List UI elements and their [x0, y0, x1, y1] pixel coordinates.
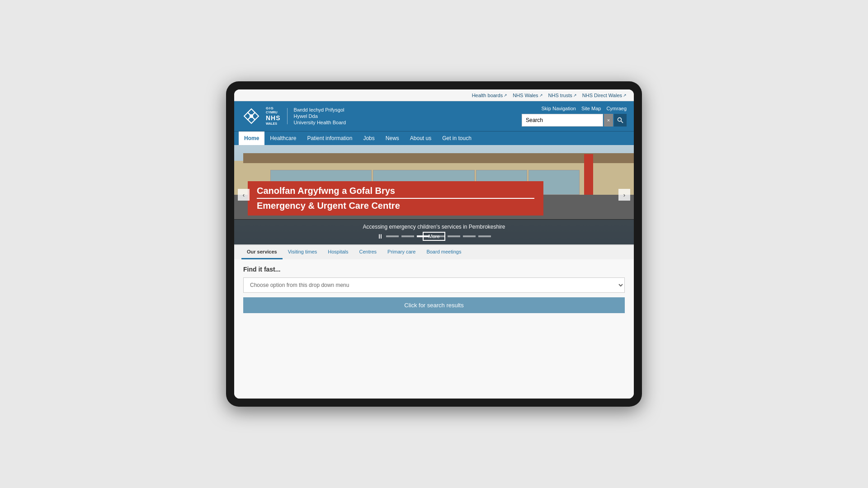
nav-item-home[interactable]: Home: [239, 131, 264, 145]
search-submit-button[interactable]: [614, 114, 627, 127]
nav-item-healthcare[interactable]: Healthcare: [264, 131, 302, 145]
search-clear-button[interactable]: ×: [604, 114, 613, 127]
nav-item-about-us[interactable]: About us: [405, 131, 437, 145]
hero-subtitle: Accessing emergency children's services …: [234, 224, 634, 230]
nhs-direct-link[interactable]: NHS Direct Wales ↗: [582, 93, 627, 98]
nhs-wales-link[interactable]: NHS Wales ↗: [513, 93, 542, 98]
tab-board-meetings[interactable]: Board meetings: [421, 245, 467, 259]
nav-item-news[interactable]: News: [380, 131, 405, 145]
nhs-trusts-link[interactable]: NHS trusts ↗: [548, 93, 577, 98]
site-map-link[interactable]: Site Map: [581, 106, 601, 111]
nhs-wales-ext-icon: ↗: [539, 93, 543, 98]
nhs-block: GIG CYMRU NHS WALES: [266, 106, 281, 126]
tablet-frame: Health boards ↗ NHS Wales ↗ NHS trusts ↗…: [226, 81, 642, 407]
nhs-direct-label: NHS Direct Wales: [582, 93, 622, 98]
hero-red-banner: Canolfan Argyfwng a Gofal Brys Emergency…: [248, 181, 543, 216]
hero-dot-5[interactable]: [448, 235, 460, 237]
nav-item-jobs[interactable]: Jobs: [358, 131, 380, 145]
svg-line-3: [621, 121, 623, 123]
building-roof: [243, 153, 634, 163]
cymru-label: CYMRU: [266, 111, 281, 114]
find-fast-dropdown[interactable]: Choose option from this drop down menu A…: [243, 277, 625, 293]
health-boards-link[interactable]: Health boards ↗: [472, 93, 508, 98]
tab-visiting-times[interactable]: Visiting times: [283, 245, 323, 259]
svg-point-2: [618, 118, 622, 122]
search-input[interactable]: [522, 114, 603, 127]
nav-item-get-in-touch[interactable]: Get in touch: [437, 131, 477, 145]
tab-our-services[interactable]: Our services: [241, 245, 283, 259]
hero-overlay: Accessing emergency children's services …: [234, 219, 634, 244]
hero-dot-6[interactable]: [463, 235, 476, 237]
logo-text: GIG CYMRU NHS WALES Bwrdd Iechyd Prifysg…: [266, 106, 346, 126]
hero-dot-4[interactable]: [432, 235, 445, 237]
hero-welsh-title: Canolfan Argyfwng a Gofal Brys: [257, 186, 534, 196]
org-line3: University Health Board: [294, 119, 346, 126]
header: GIG CYMRU NHS WALES Bwrdd Iechyd Prifysg…: [234, 101, 634, 131]
tablet-screen: Health boards ↗ NHS Wales ↗ NHS trusts ↗…: [234, 89, 634, 399]
logo-area: GIG CYMRU NHS WALES Bwrdd Iechyd Prifysg…: [241, 106, 346, 126]
health-boards-ext-icon: ↗: [504, 93, 507, 98]
hero-slider: Canolfan Argyfwng a Gofal Brys Emergency…: [234, 145, 634, 244]
gig-label: GIG: [266, 106, 281, 111]
hero-english-title: Emergency & Urgent Care Centre: [257, 201, 400, 211]
logo-divider: [287, 108, 288, 124]
nhs-direct-ext-icon: ↗: [623, 93, 627, 98]
find-fast-search-button[interactable]: Click for search results: [243, 297, 625, 313]
hero-dot-3[interactable]: [417, 235, 429, 237]
hero-dot-7[interactable]: [478, 235, 491, 237]
tab-centres[interactable]: Centres: [354, 245, 382, 259]
header-links: Skip Navigation Site Map Cymraeg: [542, 106, 627, 111]
org-name: Bwrdd Iechyd Prifysgol Hywel Dda Univers…: [294, 107, 346, 126]
nhs-wales-label: NHS Wales: [513, 93, 538, 98]
tab-primary-care[interactable]: Primary care: [382, 245, 421, 259]
nav-bar: Home Healthcare Patient information Jobs…: [234, 131, 634, 145]
hero-dot-2[interactable]: [401, 235, 414, 237]
hero-next-button[interactable]: ›: [618, 189, 630, 201]
nhs-trusts-label: NHS trusts: [548, 93, 572, 98]
wales-label: WALES: [266, 122, 281, 126]
nav-item-patient-information[interactable]: Patient information: [302, 131, 358, 145]
hero-divider: [257, 198, 534, 199]
utility-bar: Health boards ↗ NHS Wales ↗ NHS trusts ↗…: [234, 89, 634, 101]
hero-controls: ⏸: [234, 233, 634, 240]
header-right: Skip Navigation Site Map Cymraeg ×: [522, 106, 627, 127]
nhs-logo-emblem: [241, 106, 261, 126]
nhs-label: NHS: [266, 114, 281, 122]
find-fast-title: Find it fast...: [243, 266, 625, 273]
org-line1: Bwrdd Iechyd Prifysgol: [294, 107, 346, 113]
find-fast-section: Find it fast... Choose option from this …: [234, 259, 634, 399]
health-boards-label: Health boards: [472, 93, 503, 98]
skip-navigation-link[interactable]: Skip Navigation: [542, 106, 576, 111]
hero-prev-button[interactable]: ‹: [238, 189, 250, 201]
cymraeg-link[interactable]: Cymraeg: [606, 106, 627, 111]
hero-dot-1[interactable]: [386, 235, 399, 237]
search-icon: [617, 117, 623, 123]
tabs-section: Our services Visiting times Hospitals Ce…: [234, 244, 634, 259]
nhs-trusts-ext-icon: ↗: [573, 93, 577, 98]
tab-hospitals[interactable]: Hospitals: [322, 245, 354, 259]
svg-point-1: [250, 114, 253, 118]
hero-pause-button[interactable]: ⏸: [377, 233, 383, 240]
org-line2: Hywel Dda: [294, 113, 346, 119]
search-box: ×: [522, 114, 627, 127]
